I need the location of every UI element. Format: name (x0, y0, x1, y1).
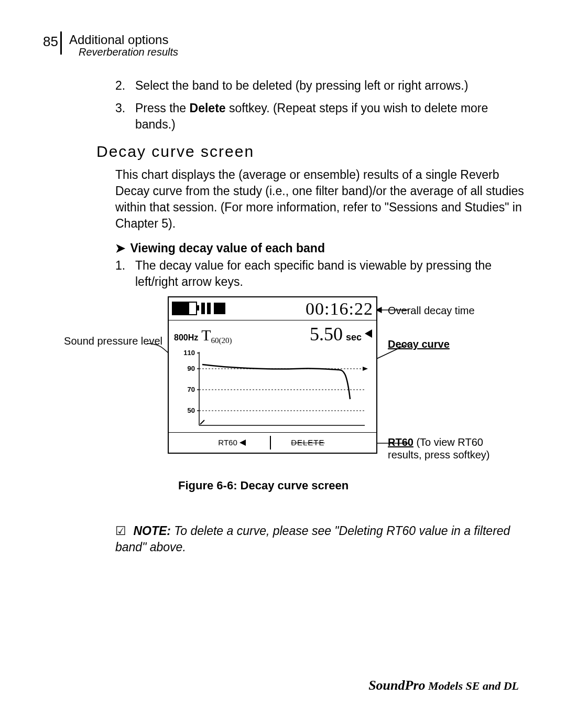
step-3-text: Press the Delete softkey. (Repeat steps … (135, 100, 524, 133)
lcd-band-row: 800Hz T60(20) 5.50 sec (169, 320, 376, 346)
lcd-screenshot: 00:16:22 800Hz T60(20) 5.50 sec (168, 296, 377, 454)
ytick-70: 70 (188, 386, 195, 393)
triangle-left-icon (365, 329, 372, 338)
ytick-50: 50 (188, 406, 195, 414)
decay-curve-paragraph: This chart displays the (average or ense… (115, 167, 524, 232)
page-footer: SoundPro Models SE and DL (0, 678, 519, 693)
arrow-left-icon (240, 440, 246, 446)
step-3-bold: Delete (190, 101, 226, 115)
lcd-band-label: 800Hz (174, 332, 198, 344)
lcd-softkey-bar: RT60 DELETE (169, 432, 376, 453)
lcd-sec-label: sec (346, 331, 362, 344)
figure-caption: Figure 6-6: Decay curve screen (178, 478, 524, 494)
step-3-number: 3. (115, 100, 135, 133)
lcd-plot: 110 90 70 50 (179, 347, 372, 431)
step-3: 3. Press the Delete softkey. (Repeat ste… (115, 100, 524, 133)
procedure-1-text: The decay value for each specific band i… (135, 258, 524, 290)
header-divider (60, 31, 62, 55)
arrow-icon: ➤ (115, 240, 127, 256)
footer-models: Models SE and DL (426, 679, 519, 692)
step-2: 2. Select the band to be deleted (by pre… (115, 78, 524, 94)
annotation-overall-decay: Overall decay time (388, 304, 475, 318)
checkbox-icon: ☑ (115, 523, 130, 539)
lcd-t60-label: T60(20) (201, 325, 232, 346)
note-text: To delete a curve, please see "Deleting … (115, 524, 510, 554)
procedure-heading-text: Viewing decay value of each band (130, 241, 325, 255)
lcd-decay-value: 5.50 (310, 322, 343, 347)
lcd-elapsed-time: 00:16:22 (306, 297, 373, 321)
annotation-spl: Sound pressure level (42, 334, 162, 348)
procedure-heading: ➤ Viewing decay value of each band (115, 240, 524, 256)
note-label: NOTE: (133, 524, 171, 538)
header-title: Additional options (69, 33, 168, 47)
page-number: 85 (43, 34, 58, 50)
footer-brand: SoundPro (368, 678, 425, 693)
stop-icon (214, 303, 225, 314)
softkey-rt60-label: RT60 (218, 438, 237, 447)
softkey-delete[interactable]: DELETE (271, 437, 376, 448)
pause-icon (201, 303, 211, 314)
lcd-t-sub: 60(20) (211, 336, 232, 345)
step-2-text: Select the band to be deleted (by pressi… (135, 78, 524, 94)
section-heading-decay-curve: Decay curve screen (96, 141, 524, 163)
lcd-status-bar: 00:16:22 (169, 297, 376, 320)
figure-6-6: Sound pressure level Overall decay time … (115, 296, 524, 475)
note-block: ☑ NOTE: To delete a curve, please see "D… (115, 523, 524, 555)
ytick-90: 90 (188, 365, 195, 372)
step-3-a: Press the (135, 101, 190, 115)
softkey-rt60[interactable]: RT60 (169, 437, 270, 448)
battery-icon (172, 302, 197, 315)
header-subtitle: Reverberation results (79, 46, 178, 58)
annotation-rt60-label: RT60 (388, 436, 413, 448)
lcd-t-big: T (201, 326, 211, 344)
step-2-number: 2. (115, 78, 135, 94)
annotation-decay-curve: Decay curve (388, 338, 450, 350)
procedure-1-number: 1. (115, 258, 135, 290)
ytick-110: 110 (183, 349, 195, 357)
procedure-step-1: 1. The decay value for each specific ban… (115, 258, 524, 290)
